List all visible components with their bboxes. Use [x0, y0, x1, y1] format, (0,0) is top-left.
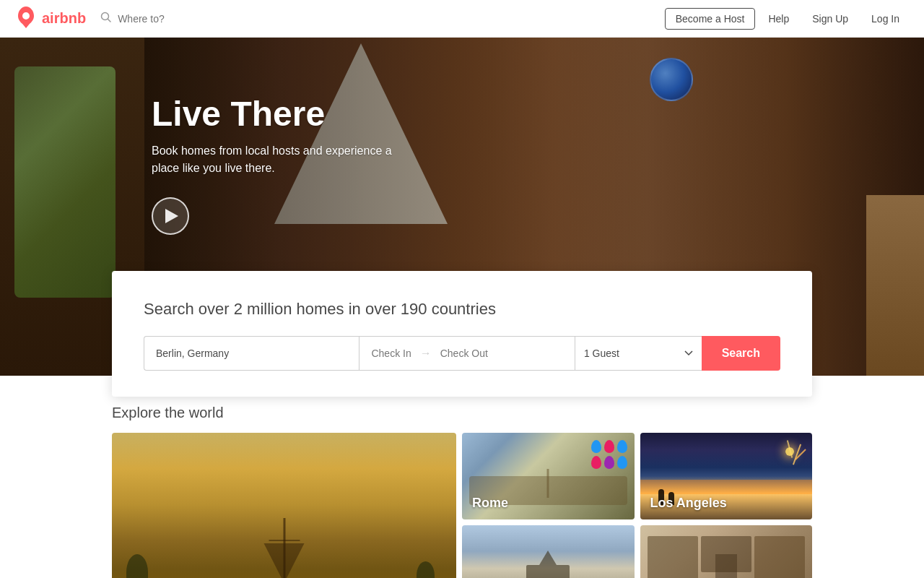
svg-line-1 [108, 20, 111, 22]
date-range-fields: Check In → Check Out [359, 336, 574, 371]
guests-select[interactable]: 1 Guest 2 Guests 3 Guests 4 Guests 5+ Gu… [575, 336, 702, 371]
navbar: airbnb Where to? Become a Host Help Sign… [0, 0, 924, 38]
mural-art-detail [14, 66, 116, 298]
logo-area[interactable]: airbnb [14, 6, 86, 32]
search-panel: Search over 2 million homes in over 190 … [112, 271, 812, 397]
balloon-blue1 [591, 440, 601, 453]
location-input[interactable] [144, 336, 359, 371]
hero-title: Live There [152, 94, 397, 134]
nav-search-placeholder: Where to? [118, 13, 165, 25]
rome-balloons [591, 440, 627, 469]
search-panel-heading: Search over 2 million homes in over 190 … [144, 300, 780, 319]
nav-right-actions: Become a Host Help Sign Up Log In [665, 8, 910, 30]
nav-search-bar[interactable]: Where to? [100, 12, 665, 25]
globe-decoration [650, 58, 693, 101]
la-label: Los Angeles [650, 496, 727, 511]
explore-section: Explore the world [112, 405, 812, 578]
nav-search-icon [100, 12, 112, 25]
checkout-placeholder[interactable]: Check Out [440, 348, 488, 359]
balloon-blue3 [617, 456, 627, 469]
checkin-placeholder[interactable]: Check In [371, 348, 411, 359]
balloon-blue2 [617, 440, 627, 453]
staircase-decoration [866, 195, 924, 376]
explore-title: Explore the world [112, 405, 812, 421]
city5-bg [640, 525, 813, 578]
help-button[interactable]: Help [758, 9, 799, 29]
hero-content: Live There Book homes from local hosts a… [152, 94, 397, 235]
hero-subtitle: Book homes from local hosts and experien… [152, 142, 397, 177]
paris-bg [112, 433, 456, 578]
explore-card-city4[interactable] [462, 525, 635, 578]
rome-label: Rome [472, 496, 508, 511]
balloon-purple [604, 456, 614, 469]
signup-button[interactable]: Sign Up [802, 9, 858, 29]
balloon-pink2 [591, 456, 601, 469]
airbnb-logo-text: airbnb [42, 10, 86, 27]
date-arrow-icon: → [420, 347, 432, 360]
explore-card-rome[interactable]: Rome [462, 433, 635, 519]
explore-card-city5[interactable] [640, 525, 813, 578]
airbnb-logo-icon [14, 6, 38, 32]
play-video-button[interactable] [152, 197, 189, 235]
city4-bg [462, 525, 635, 578]
play-icon [165, 209, 178, 223]
login-button[interactable]: Log In [861, 9, 910, 29]
balloon-pink1 [604, 440, 614, 453]
search-fields-row: Check In → Check Out 1 Guest 2 Guests 3 … [144, 336, 780, 371]
explore-grid: Rome Los Angeles [112, 433, 812, 578]
search-button[interactable]: Search [702, 336, 780, 371]
become-host-button[interactable]: Become a Host [665, 8, 756, 30]
explore-card-la[interactable]: Los Angeles [640, 433, 813, 519]
explore-card-paris[interactable] [112, 433, 456, 578]
